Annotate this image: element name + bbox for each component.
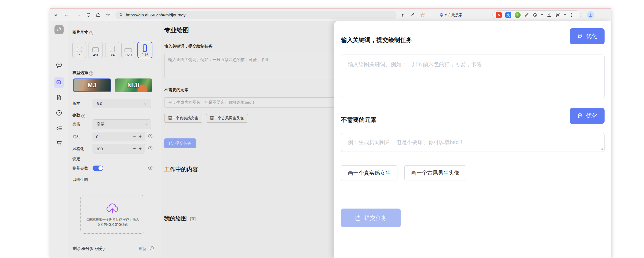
back-icon[interactable]: ←	[63, 9, 70, 21]
notes-pen-icon[interactable]	[524, 12, 529, 17]
sidebar-item-drawing-active[interactable]	[50, 77, 68, 88]
prompt-tag-row: 画一个真实感女生 画一个古风男生头像	[164, 114, 248, 123]
sidebar-item-tasks[interactable]	[50, 125, 68, 132]
settings-panel: 图片尺寸 ! 1:1 4:3 3:4 16:9	[68, 21, 161, 258]
star-plus-icon[interactable]: ☆+	[420, 9, 426, 21]
ratio-9-16-button-selected[interactable]: 9:16	[137, 42, 152, 58]
quality-dropdown[interactable]: 高清	[93, 119, 151, 129]
tag-realistic-girl[interactable]: 画一个真实感女生	[164, 114, 202, 123]
tag-ancient-boy[interactable]: 画一个古风男生头像	[206, 114, 248, 123]
page-title: 专业绘图	[164, 26, 189, 34]
stylize-label: 风格化	[72, 146, 84, 151]
person-icon	[588, 13, 593, 17]
version-dropdown[interactable]: 6.0	[93, 99, 151, 108]
toolbar-divider	[429, 12, 429, 18]
sidebar-item-usage[interactable]	[50, 109, 68, 116]
stylize-minus-button[interactable]: −	[133, 146, 136, 151]
toolbar-menu-dots-icon[interactable]: ⋮	[569, 12, 574, 17]
screenshot-scissors-icon[interactable]	[555, 12, 560, 17]
browser-toolbar: » ← → ☆ https://qin.ai366.cn/#/midjourne…	[50, 9, 611, 21]
negative-placeholder: 例：生成房间图片、但是不要床、你可以填bed！	[168, 100, 255, 105]
history-icon[interactable]	[533, 13, 537, 17]
optimize-prompt-button[interactable]: 优化	[570, 28, 605, 44]
drawer-tag-row: 画一个真实感女生 画一个古风男生头像	[341, 165, 466, 180]
chaos-input[interactable]: 0 −+	[93, 132, 145, 141]
chaos-minus-button[interactable]: −	[133, 134, 136, 139]
ratio-16-9-button[interactable]: 16:9	[121, 42, 135, 58]
model-niji-card[interactable]: NIJI	[115, 78, 152, 92]
drawer-tag-realistic-girl[interactable]: 画一个真实感女生	[341, 165, 397, 180]
resize-handle-icon[interactable]	[600, 147, 603, 150]
drawer-tag-ancient-boy[interactable]: 画一个古风男生头像	[404, 165, 466, 180]
document-image-icon	[56, 94, 62, 101]
profile-avatar[interactable]	[587, 11, 594, 19]
stylize-input[interactable]: 100 −+	[93, 144, 145, 153]
stylize-plus-button[interactable]: +	[139, 146, 142, 151]
search-engine-label[interactable]: 在此搜索	[448, 9, 469, 21]
drawer-negative-label: 不需要的元素	[341, 116, 376, 124]
search-engine-paw-icon[interactable]	[438, 9, 444, 21]
optimize-negative-button[interactable]: 优化	[570, 108, 605, 124]
search-engine-caret-icon[interactable]	[444, 9, 447, 21]
ratio-1-1-button[interactable]: 1:1	[72, 42, 86, 58]
quality-label: 品质	[72, 122, 80, 127]
sidebar-item-shop[interactable]	[50, 139, 68, 146]
image-size-label: 图片尺寸 !	[72, 30, 93, 35]
chevron-down-icon	[144, 101, 148, 105]
downloads-icon[interactable]	[547, 12, 552, 17]
submit-task-button[interactable]: 提交任务	[164, 138, 196, 148]
refresh-credits-link[interactable]: 刷新	[138, 246, 147, 251]
submit-icon	[169, 141, 173, 146]
bookmark-star-icon[interactable]: ☆	[104, 9, 111, 21]
pdf-extension-icon[interactable]: A	[496, 12, 502, 18]
flash-icon[interactable]	[400, 9, 406, 21]
scissors-caret-icon[interactable]	[564, 14, 566, 16]
sidebar-item-chat[interactable]	[50, 62, 68, 69]
forward-icon: →	[75, 9, 82, 21]
drawer-negative-input[interactable]: 例：生成房间图片、但是不要床、你可以填bed！	[341, 133, 605, 152]
carry-params-info-icon[interactable]: !	[148, 166, 152, 170]
sidebar-item-gallery[interactable]	[50, 94, 68, 101]
submit-icon	[355, 215, 361, 221]
prompt-textarea[interactable]: 输入绘图关键词。例如：一只五颜六色的猫，可爱，卡通	[164, 54, 349, 78]
download-manager-extension-icon[interactable]: ↓	[515, 12, 521, 18]
model-info-icon[interactable]: !	[89, 71, 93, 76]
model-select-label: 模型选择 !	[72, 70, 93, 76]
cart-icon	[56, 139, 63, 146]
app-sidebar	[50, 21, 68, 258]
ratio-3-4-button[interactable]: 3:4	[105, 42, 119, 58]
chaos-info-icon[interactable]: !	[148, 134, 152, 138]
prompt-drawer: 输入关键词，提交绘制任务 优化 输入绘图关键词。例如：一只五颜六色的猫，可爱，卡…	[334, 21, 611, 258]
negative-input[interactable]: 例：生成房间图片、但是不要床、你可以填bed！	[164, 97, 349, 108]
history-caret-icon[interactable]	[541, 14, 543, 16]
page-content: 图片尺寸 ! 1:1 4:3 3:4 16:9	[50, 21, 611, 258]
my-drawings-title: 我的绘图 [0]	[164, 215, 196, 222]
address-bar[interactable]: https://qin.ai366.cn/#/midjourney	[115, 11, 397, 19]
app-logo[interactable]	[50, 25, 68, 34]
image-size-info-icon[interactable]: !	[89, 31, 93, 35]
reload-icon[interactable]	[85, 9, 92, 21]
chevron-down-icon	[144, 122, 148, 126]
ai-head-icon	[577, 113, 583, 119]
translate-extension-icon[interactable]: 文	[505, 12, 511, 18]
params-info-icon[interactable]: !	[81, 114, 85, 118]
stylize-info-icon[interactable]: !	[148, 146, 152, 150]
ratio-4-3-button[interactable]: 4:3	[89, 42, 103, 58]
toolbar-overflow-icon[interactable]: »	[52, 9, 59, 21]
img2img-label: 以图生图	[72, 177, 88, 182]
carry-params-toggle-on[interactable]	[93, 166, 103, 171]
chaos-plus-button[interactable]: +	[139, 134, 142, 139]
model-mj-card-selected[interactable]: MJ	[73, 78, 111, 92]
drawer-submit-task-button[interactable]: 提交任务	[341, 209, 401, 227]
credits-info-icon[interactable]: !	[150, 246, 154, 250]
send-icon[interactable]	[410, 9, 416, 21]
home-icon[interactable]	[95, 9, 102, 21]
drawer-prompt-textarea[interactable]: 输入绘图关键词。例如：一只五颜六色的猫，可爱，卡通	[341, 55, 605, 98]
browser-window: » ← → ☆ https://qin.ai366.cn/#/midjourne…	[50, 8, 611, 258]
upload-hint-line1: 点击或拖拽一个图片到这里作为输入	[86, 217, 139, 222]
chat-bubble-icon	[56, 62, 63, 69]
image-upload-dropzone[interactable]: 点击或拖拽一个图片到这里作为输入 支持PNG和JPG格式	[80, 195, 144, 234]
url-text: https://qin.ai366.cn/#/midjourney	[126, 13, 186, 17]
main-content: 专业绘图 输入关键词，提交绘制任务 输入绘图关键词。例如：一只五颜六色的猫，可爱…	[161, 21, 335, 258]
image-edit-icon	[54, 77, 64, 88]
